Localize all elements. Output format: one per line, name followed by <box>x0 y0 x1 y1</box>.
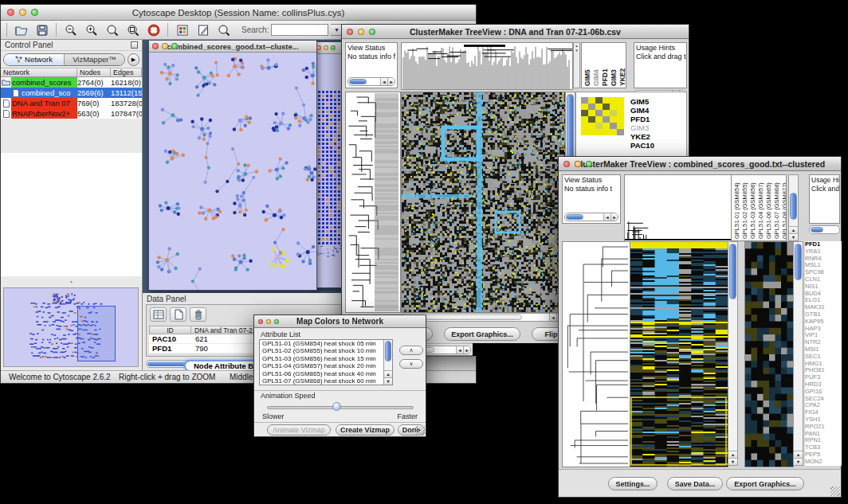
gene-label[interactable]: PFD1 <box>630 115 683 123</box>
zoom-icon[interactable] <box>369 29 375 35</box>
button-save-data[interactable]: Save Data... <box>667 477 723 490</box>
treeview-dna-titlebar[interactable]: ClusterMaker TreeView : DNA and Tran 07-… <box>342 25 689 39</box>
create-attribute-button[interactable] <box>170 307 186 322</box>
scroll-up-arrow[interactable]: ▴ <box>794 451 803 458</box>
float-panel-icon[interactable] <box>131 41 138 49</box>
scroll-left-arrow[interactable]: ◂ <box>603 213 610 221</box>
view-status-hscrollbar[interactable]: ◂▸ <box>347 77 395 86</box>
slider-thumb[interactable] <box>332 402 341 411</box>
close-icon[interactable] <box>7 9 14 16</box>
gene-label[interactable]: GIM5 <box>630 97 683 106</box>
panel-divider-handle[interactable]: • <box>1 279 142 286</box>
attribute-item[interactable]: GPL51-04 (GSM857) heat shock 20 min <box>260 362 392 369</box>
row-dendrogram-canvas[interactable] <box>562 241 630 467</box>
attribute-item[interactable]: GPL51-06 (GSM865) heat shock 40 min <box>260 370 392 377</box>
tab-network[interactable]: Network <box>4 54 64 65</box>
zoom-icon[interactable] <box>331 45 336 50</box>
zoom-selected-button[interactable] <box>103 22 121 38</box>
column-label[interactable]: GPL51-06 (GSM865) <box>765 176 772 239</box>
tab-overflow-button[interactable]: ▶ <box>128 53 139 66</box>
scroll-down-arrow[interactable]: ▾ <box>794 458 803 465</box>
column-label[interactable]: GPL51-08 (GSM872) <box>781 176 787 239</box>
attribute-item[interactable]: GPL51-07 (GSM868) heat shock 60 min <box>260 377 392 385</box>
scroll-up-arrow[interactable]: ▴ <box>789 226 798 233</box>
gene-label[interactable]: YKE2 <box>630 132 683 141</box>
usage-hints-hscrollbar[interactable] <box>809 225 840 234</box>
overview-canvas[interactable] <box>4 288 138 366</box>
zoom-in-button[interactable] <box>82 22 100 38</box>
delete-attribute-button[interactable] <box>190 307 206 322</box>
minimize-icon[interactable] <box>266 319 271 324</box>
scroll-left-arrow[interactable]: ◂ <box>549 314 556 321</box>
column-network[interactable]: Network <box>1 68 77 76</box>
heatmap-vscrollbar[interactable]: ▴▾ <box>728 241 738 466</box>
tab-vizmapper[interactable]: VizMapper™ <box>64 54 124 65</box>
scroll-down-arrow[interactable]: ▾ <box>728 458 737 465</box>
gene-label[interactable]: GIM4 <box>630 106 683 115</box>
zoom-fit-button[interactable] <box>124 22 142 38</box>
zoom-icon[interactable] <box>274 319 279 324</box>
annotation-page-button[interactable] <box>194 22 212 38</box>
treeview-combined-titlebar[interactable]: ClusterMaker TreeView : combined_scores_… <box>559 157 841 171</box>
network-row[interactable]: RNAPuberNov2+563(0)107847(0) <box>1 108 142 119</box>
close-icon[interactable] <box>563 161 570 167</box>
move-down-button[interactable]: ∨ <box>399 359 423 369</box>
close-icon[interactable] <box>152 43 159 49</box>
list-vscrollbar[interactable]: ▴▾ <box>383 340 392 385</box>
column-label[interactable]: YKE2 <box>618 44 626 86</box>
button-export-graphics[interactable]: Export Graphics... <box>726 477 804 490</box>
scroll-up-arrow[interactable]: ▴ <box>728 451 737 458</box>
column-label[interactable]: PFD1 <box>601 44 609 86</box>
attribute-table-button[interactable] <box>214 22 233 38</box>
scroll-right-arrow[interactable]: ▸ <box>463 346 470 354</box>
scroll-left-arrow[interactable]: ◂ <box>456 346 463 354</box>
scroll-right-arrow[interactable]: ▸ <box>387 78 395 85</box>
network-row[interactable]: DNA and Tran 07769(0)183728(0) <box>1 98 142 108</box>
vizmapper-squares-button[interactable] <box>173 22 191 38</box>
search-input[interactable] <box>271 24 328 36</box>
zoom-icon[interactable] <box>171 43 178 49</box>
dialog-titlebar[interactable]: Map Colors to Network <box>254 315 426 328</box>
network-row[interactable]: combined_sco2569(6)13112(15) <box>1 88 142 98</box>
gene-label[interactable]: GIM3 <box>630 123 683 132</box>
scroll-up-arrow[interactable]: ▴ <box>384 370 392 377</box>
column-label[interactable]: GIM5 <box>583 44 591 86</box>
gene-label[interactable]: PAC10 <box>630 141 683 150</box>
column-label[interactable]: GPL51-02 (GSM855) <box>741 176 748 239</box>
save-button[interactable] <box>33 22 51 38</box>
row-dendrogram-canvas[interactable] <box>345 92 401 313</box>
column-label[interactable]: GPL51-03 (GSM856) <box>749 176 756 239</box>
resize-grip[interactable] <box>830 486 840 496</box>
global-heatmap-canvas[interactable] <box>401 92 566 313</box>
close-icon[interactable] <box>316 45 321 50</box>
minimize-icon[interactable] <box>358 29 364 35</box>
column-dendrogram-canvas[interactable] <box>401 42 573 90</box>
open-folder-button[interactable] <box>12 22 30 38</box>
zoom-out-button[interactable] <box>61 22 80 38</box>
attribute-list[interactable]: GPL51-01 (GSM854) heat shock 05 minGPL51… <box>259 339 393 385</box>
column-nodes[interactable]: Nodes <box>77 68 111 76</box>
cytoscape-titlebar[interactable]: Cytoscape Desktop (Session Name: collins… <box>1 5 476 21</box>
column-label[interactable]: GPL51-07 (GSM868) <box>773 176 780 239</box>
column-label[interactable]: GIM4 <box>592 44 600 86</box>
minimize-icon[interactable] <box>19 9 26 16</box>
select-attributes-button[interactable] <box>150 307 167 322</box>
button-create-vizmap[interactable]: Create Vizmap <box>336 424 395 436</box>
move-up-button[interactable]: ∧ <box>399 346 423 355</box>
gene-label[interactable]: MON2 <box>805 459 842 466</box>
network-view-canvas[interactable] <box>149 53 316 290</box>
view-status-hscrollbar[interactable]: ◂▸ <box>564 213 618 221</box>
column-vscrollbar[interactable]: ▴▾ <box>788 174 799 241</box>
attribute-item[interactable]: GPL51-03 (GSM856) heat shock 15 min <box>260 355 392 362</box>
close-icon[interactable] <box>258 319 263 324</box>
column-label[interactable]: GIM3 <box>610 44 618 86</box>
minimize-icon[interactable] <box>162 43 168 49</box>
minimize-icon[interactable] <box>324 45 328 50</box>
network-row[interactable]: combined_scores2764(0)16218(0) <box>1 77 142 88</box>
scroll-down-arrow[interactable]: ▾ <box>384 377 392 385</box>
button-export-graphics[interactable]: Export Graphics... <box>444 327 520 341</box>
global-heatmap-canvas[interactable] <box>630 241 728 467</box>
attribute-item[interactable]: GPL51-02 (GSM855) heat shock 10 min <box>260 347 392 354</box>
attribute-item[interactable]: GPL51-01 (GSM854) heat shock 05 min <box>260 340 392 347</box>
similarity-matrix-canvas[interactable] <box>581 97 624 135</box>
